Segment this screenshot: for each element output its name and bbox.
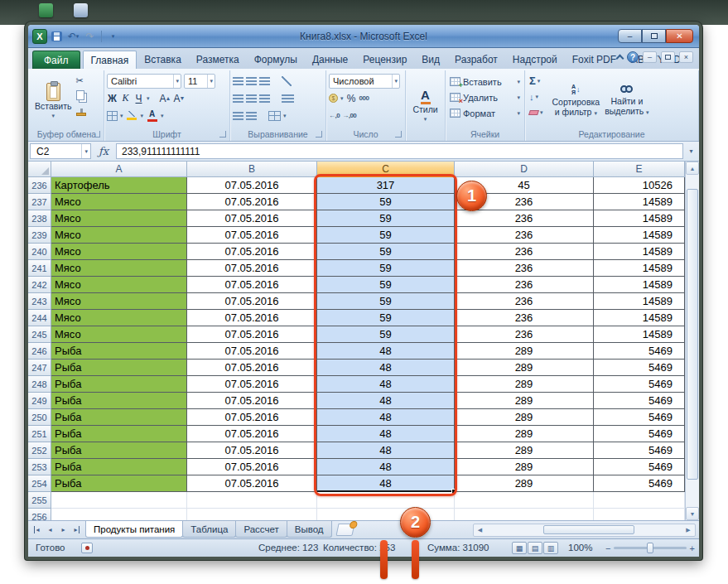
cell-C239[interactable]: 59 xyxy=(317,227,455,244)
cell-C247[interactable]: 48 xyxy=(317,360,455,376)
align-middle-icon[interactable] xyxy=(246,77,257,85)
cell-E246[interactable]: 5469 xyxy=(594,343,685,360)
row-header-244[interactable]: 244 xyxy=(28,310,51,326)
cell-B242[interactable]: 07.05.2016 xyxy=(187,277,317,293)
cell-C252[interactable]: 48 xyxy=(317,442,455,459)
cell-C245[interactable]: 59 xyxy=(317,326,455,343)
increase-decimal-button[interactable]: ←,0 xyxy=(329,112,340,119)
cell-C244[interactable]: 59 xyxy=(317,310,455,326)
formula-input[interactable]: 233,911111111111 xyxy=(116,143,683,159)
sort-filter-button[interactable]: АЯ ↓ Сортировка и фильтр ▾ xyxy=(550,72,603,128)
copy-button[interactable] xyxy=(75,89,89,104)
bold-button[interactable]: Ж xyxy=(107,92,118,105)
cell-E255[interactable] xyxy=(594,492,685,509)
row-header-249[interactable]: 249 xyxy=(28,393,51,409)
align-center-icon[interactable] xyxy=(246,94,257,103)
ribbon-tab-1[interactable]: Главная xyxy=(83,51,137,69)
cell-C255[interactable] xyxy=(317,492,455,509)
align-right-icon[interactable] xyxy=(259,94,270,103)
document-close-button[interactable]: × xyxy=(679,51,693,63)
save-button[interactable] xyxy=(50,30,64,43)
cell-D241[interactable]: 236 xyxy=(455,260,594,277)
cell-B247[interactable]: 07.05.2016 xyxy=(187,360,317,376)
cell-C254[interactable]: 48 xyxy=(317,475,455,492)
cell-B255[interactable] xyxy=(187,492,317,509)
row-header-250[interactable]: 250 xyxy=(28,409,51,426)
cell-E248[interactable]: 5469 xyxy=(594,376,685,393)
cell-B243[interactable]: 07.05.2016 xyxy=(187,293,317,310)
cell-A251[interactable]: Рыба xyxy=(51,426,187,442)
cell-B244[interactable]: 07.05.2016 xyxy=(187,310,317,326)
cell-D256[interactable] xyxy=(455,509,594,520)
cell-A239[interactable]: Мясо xyxy=(51,227,187,244)
cell-D238[interactable]: 236 xyxy=(455,210,594,227)
last-sheet-button[interactable]: ▸ xyxy=(70,524,83,537)
row-header-253[interactable]: 253 xyxy=(28,459,51,475)
cell-B240[interactable]: 07.05.2016 xyxy=(187,244,317,260)
cell-A249[interactable]: Рыба xyxy=(51,393,187,409)
zoom-thumb[interactable] xyxy=(647,543,653,553)
cell-A246[interactable]: Рыба xyxy=(51,343,187,360)
zoom-out-icon[interactable]: − xyxy=(605,544,610,553)
document-restore-button[interactable] xyxy=(661,51,675,63)
percent-button[interactable]: % xyxy=(346,92,357,105)
row-header-242[interactable]: 242 xyxy=(28,277,51,293)
row-header-246[interactable]: 246 xyxy=(28,343,51,360)
align-bottom-icon[interactable] xyxy=(259,77,270,85)
underline-dropdown-icon[interactable]: ▾ xyxy=(147,95,150,102)
format-cells-button[interactable]: Формат ▾ xyxy=(448,105,522,121)
previous-sheet-button[interactable]: ◂ xyxy=(44,524,56,537)
comma-style-button[interactable]: 000 xyxy=(359,94,369,102)
row-header-238[interactable]: 238 xyxy=(28,210,51,227)
ribbon-tab-8[interactable]: Разработ xyxy=(447,51,505,69)
cell-D239[interactable]: 236 xyxy=(455,227,594,244)
horizontal-scrollbar[interactable]: ◀ ▶ xyxy=(473,524,696,537)
borders-icon[interactable] xyxy=(107,111,118,121)
decrease-indent-icon[interactable] xyxy=(233,112,243,120)
row-header-248[interactable]: 248 xyxy=(28,376,51,393)
cell-E250[interactable]: 5469 xyxy=(594,409,685,426)
row-header-236[interactable]: 236 xyxy=(28,177,51,194)
cell-B249[interactable]: 07.05.2016 xyxy=(187,393,317,409)
fill-button[interactable]: ↓▾ xyxy=(528,89,545,104)
cell-B248[interactable]: 07.05.2016 xyxy=(187,376,317,393)
row-header-252[interactable]: 252 xyxy=(28,442,51,459)
dialog-launcher-icon[interactable] xyxy=(395,131,402,138)
cell-C246[interactable]: 48 xyxy=(317,343,455,360)
italic-button[interactable]: К xyxy=(120,92,131,105)
row-header-254[interactable]: 254 xyxy=(28,475,51,492)
cell-E249[interactable]: 5469 xyxy=(594,393,685,409)
ribbon-tab-10[interactable]: Foxit PDF xyxy=(565,51,624,69)
cell-C238[interactable]: 59 xyxy=(317,210,455,227)
cell-E244[interactable]: 14589 xyxy=(594,310,685,326)
cell-E237[interactable]: 14589 xyxy=(594,194,685,210)
row-header-255[interactable]: 255 xyxy=(28,492,51,509)
merge-center-icon[interactable] xyxy=(268,111,281,121)
name-box[interactable]: C2 ▾ xyxy=(30,143,91,159)
cell-B239[interactable]: 07.05.2016 xyxy=(187,227,317,244)
first-sheet-button[interactable]: ◂ xyxy=(31,524,43,537)
cell-A256[interactable] xyxy=(51,509,187,520)
cell-B241[interactable]: 07.05.2016 xyxy=(187,260,317,277)
delete-cells-button[interactable]: Удалить ▾ xyxy=(448,89,522,105)
row-header-237[interactable]: 237 xyxy=(28,194,51,210)
cell-E239[interactable]: 14589 xyxy=(594,227,685,244)
cell-D255[interactable] xyxy=(455,492,594,509)
cell-E252[interactable]: 5469 xyxy=(594,442,685,459)
cell-D247[interactable]: 289 xyxy=(455,360,594,376)
cell-C243[interactable]: 59 xyxy=(317,293,455,310)
fill-color-button[interactable] xyxy=(126,111,138,120)
insert-function-button[interactable]: ƒx xyxy=(93,143,114,159)
name-box-dropdown-icon[interactable]: ▾ xyxy=(81,144,90,158)
cell-A237[interactable]: Мясо xyxy=(51,194,187,210)
row-header-245[interactable]: 245 xyxy=(28,326,51,343)
undo-button[interactable]: ↶▾ xyxy=(66,30,80,43)
column-header-C[interactable]: C xyxy=(317,162,455,177)
cell-B238[interactable]: 07.05.2016 xyxy=(187,210,317,227)
row-header-256[interactable]: 256 xyxy=(28,509,51,520)
cell-C236[interactable]: 317 xyxy=(317,177,455,194)
fill-handle[interactable] xyxy=(451,489,456,494)
cell-D246[interactable]: 289 xyxy=(455,343,594,360)
scroll-up-icon[interactable]: ▲ xyxy=(686,162,699,175)
borders-dropdown-icon[interactable]: ▾ xyxy=(120,113,123,119)
